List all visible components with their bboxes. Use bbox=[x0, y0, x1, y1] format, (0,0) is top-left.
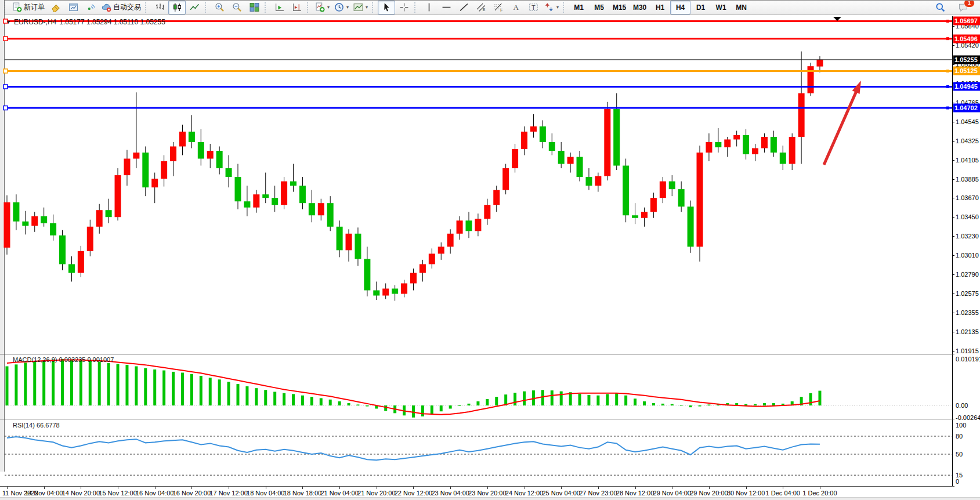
candle[interactable] bbox=[604, 109, 610, 176]
candle[interactable] bbox=[106, 210, 112, 217]
candle[interactable] bbox=[549, 142, 555, 151]
candle[interactable] bbox=[466, 220, 472, 231]
candle[interactable] bbox=[382, 289, 389, 296]
candle[interactable] bbox=[771, 137, 777, 153]
candle[interactable] bbox=[585, 177, 592, 186]
candle[interactable] bbox=[641, 212, 648, 218]
symbol-marker-icon[interactable]: ▼ bbox=[6, 19, 11, 25]
candle[interactable] bbox=[198, 142, 204, 159]
candle[interactable] bbox=[22, 222, 28, 226]
line-anchor-marker[interactable] bbox=[946, 85, 949, 88]
candle[interactable] bbox=[4, 202, 10, 248]
candle[interactable] bbox=[512, 149, 518, 168]
candle[interactable] bbox=[558, 151, 565, 164]
candle[interactable] bbox=[161, 161, 167, 179]
candle[interactable] bbox=[299, 186, 306, 203]
candle[interactable] bbox=[530, 126, 537, 132]
candle[interactable] bbox=[50, 223, 56, 235]
candle[interactable] bbox=[281, 182, 287, 205]
candle[interactable] bbox=[484, 205, 490, 219]
candle[interactable] bbox=[660, 182, 666, 198]
candle[interactable] bbox=[816, 60, 823, 67]
candle[interactable] bbox=[364, 259, 370, 290]
candle[interactable] bbox=[410, 273, 417, 283]
candle[interactable] bbox=[346, 234, 352, 251]
candle[interactable] bbox=[170, 146, 176, 161]
candle[interactable] bbox=[96, 210, 103, 227]
candle[interactable] bbox=[115, 175, 121, 217]
candle[interactable] bbox=[392, 289, 398, 294]
candle[interactable] bbox=[502, 168, 509, 190]
candle[interactable] bbox=[253, 194, 259, 208]
line-anchor-marker[interactable] bbox=[946, 107, 949, 110]
candle[interactable] bbox=[780, 153, 786, 164]
candle[interactable] bbox=[706, 142, 712, 153]
candle[interactable] bbox=[623, 166, 629, 216]
candle[interactable] bbox=[290, 182, 296, 186]
candle[interactable] bbox=[31, 216, 38, 226]
candle[interactable] bbox=[207, 151, 214, 159]
candle[interactable] bbox=[87, 227, 93, 251]
line-anchor-marker[interactable] bbox=[3, 106, 8, 110]
candle[interactable] bbox=[595, 176, 601, 186]
candle[interactable] bbox=[567, 157, 574, 164]
candle[interactable] bbox=[447, 234, 454, 247]
candle[interactable] bbox=[189, 132, 195, 142]
candle[interactable] bbox=[789, 137, 795, 164]
trend-arrow-object[interactable] bbox=[824, 89, 858, 165]
candle[interactable] bbox=[309, 203, 315, 215]
candle[interactable] bbox=[318, 203, 324, 215]
candle[interactable] bbox=[272, 198, 278, 205]
candle[interactable] bbox=[13, 202, 19, 222]
candle[interactable] bbox=[493, 190, 500, 205]
candle[interactable] bbox=[632, 215, 638, 218]
candle[interactable] bbox=[216, 151, 223, 168]
candle[interactable] bbox=[355, 234, 361, 259]
line-anchor-marker[interactable] bbox=[3, 85, 8, 89]
candle[interactable] bbox=[327, 203, 334, 227]
candle[interactable] bbox=[337, 227, 343, 251]
candle[interactable] bbox=[373, 291, 379, 296]
candle[interactable] bbox=[733, 135, 740, 140]
candle[interactable] bbox=[678, 189, 685, 206]
candle[interactable] bbox=[68, 264, 75, 273]
candle[interactable] bbox=[577, 157, 583, 177]
candle[interactable] bbox=[475, 219, 481, 231]
candle[interactable] bbox=[697, 153, 703, 247]
candle[interactable] bbox=[521, 132, 527, 149]
candle[interactable] bbox=[41, 216, 47, 223]
candle[interactable] bbox=[244, 201, 250, 208]
candle[interactable] bbox=[142, 153, 149, 187]
line-anchor-marker[interactable] bbox=[946, 20, 949, 23]
candle[interactable] bbox=[151, 179, 158, 187]
candle[interactable] bbox=[669, 182, 675, 190]
candle[interactable] bbox=[540, 126, 546, 142]
line-anchor-marker[interactable] bbox=[3, 69, 8, 73]
candle[interactable] bbox=[420, 264, 426, 273]
candle[interactable] bbox=[798, 93, 805, 137]
candle[interactable] bbox=[438, 247, 444, 253]
candle[interactable] bbox=[457, 220, 463, 234]
candle[interactable] bbox=[59, 235, 66, 265]
candle[interactable] bbox=[613, 109, 620, 166]
candle[interactable] bbox=[226, 168, 232, 177]
candle[interactable] bbox=[650, 198, 657, 212]
candle[interactable] bbox=[761, 137, 768, 148]
candle[interactable] bbox=[752, 148, 758, 154]
candle[interactable] bbox=[743, 135, 749, 154]
line-anchor-marker[interactable] bbox=[946, 37, 949, 40]
candle[interactable] bbox=[124, 159, 130, 176]
line-anchor-marker[interactable] bbox=[3, 37, 8, 41]
chart-plot[interactable] bbox=[0, 0, 980, 500]
candle[interactable] bbox=[179, 132, 186, 147]
candle[interactable] bbox=[688, 206, 694, 247]
candle[interactable] bbox=[724, 139, 731, 147]
candle[interactable] bbox=[235, 177, 241, 201]
line-anchor-marker[interactable] bbox=[946, 70, 949, 73]
candle[interactable] bbox=[133, 153, 139, 159]
candle[interactable] bbox=[429, 253, 435, 264]
candle[interactable] bbox=[262, 194, 269, 198]
candle[interactable] bbox=[78, 251, 84, 273]
candle[interactable] bbox=[401, 283, 407, 294]
candle[interactable] bbox=[715, 142, 721, 147]
